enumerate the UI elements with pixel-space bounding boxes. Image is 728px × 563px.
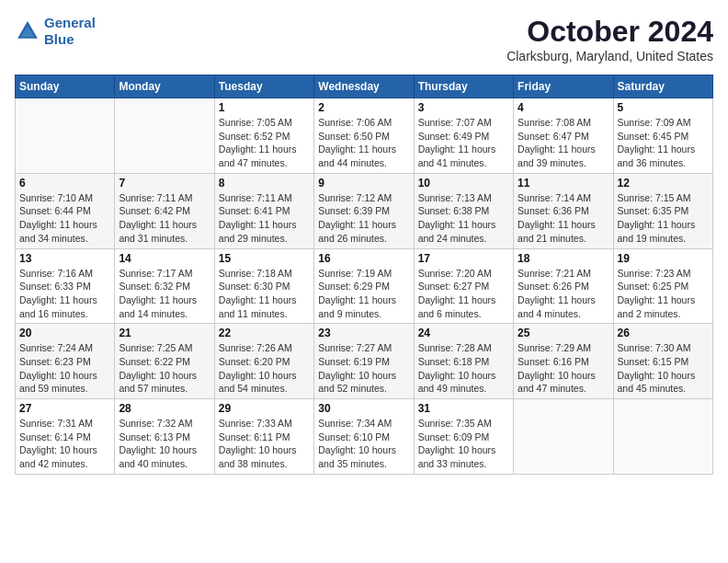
day-detail: Sunrise: 7:31 AM Sunset: 6:14 PM Dayligh…	[19, 417, 110, 471]
day-number: 17	[418, 252, 509, 265]
logo: General Blue	[15, 15, 96, 48]
day-number: 16	[318, 252, 409, 265]
calendar-cell: 29Sunrise: 7:33 AM Sunset: 6:11 PM Dayli…	[214, 399, 313, 475]
calendar-cell: 6Sunrise: 7:10 AM Sunset: 6:44 PM Daylig…	[16, 173, 115, 248]
calendar-cell: 28Sunrise: 7:32 AM Sunset: 6:13 PM Dayli…	[115, 399, 214, 475]
day-detail: Sunrise: 7:26 AM Sunset: 6:20 PM Dayligh…	[219, 341, 310, 396]
day-number: 20	[19, 327, 110, 339]
weekday-header: Tuesday	[214, 75, 313, 98]
calendar-cell: 11Sunrise: 7:14 AM Sunset: 6:36 PM Dayli…	[514, 173, 613, 248]
calendar-cell: 7Sunrise: 7:11 AM Sunset: 6:42 PM Daylig…	[115, 173, 214, 248]
calendar-cell: 20Sunrise: 7:24 AM Sunset: 6:23 PM Dayli…	[16, 324, 115, 399]
day-number: 24	[418, 327, 509, 339]
day-detail: Sunrise: 7:34 AM Sunset: 6:10 PM Dayligh…	[318, 417, 409, 471]
day-detail: Sunrise: 7:14 AM Sunset: 6:36 PM Dayligh…	[518, 191, 609, 246]
weekday-header: Sunday	[16, 75, 115, 98]
calendar-cell: 5Sunrise: 7:09 AM Sunset: 6:45 PM Daylig…	[613, 98, 712, 174]
day-detail: Sunrise: 7:21 AM Sunset: 6:26 PM Dayligh…	[518, 267, 609, 321]
logo-icon	[15, 18, 40, 44]
day-number: 21	[119, 327, 210, 339]
day-number: 8	[219, 177, 310, 190]
calendar-cell: 31Sunrise: 7:35 AM Sunset: 6:09 PM Dayli…	[414, 399, 513, 475]
day-detail: Sunrise: 7:23 AM Sunset: 6:25 PM Dayligh…	[618, 267, 709, 321]
month-title: October 2024	[506, 15, 713, 49]
calendar-cell: 17Sunrise: 7:20 AM Sunset: 6:27 PM Dayli…	[414, 248, 513, 324]
day-number: 29	[219, 402, 310, 415]
day-detail: Sunrise: 7:13 AM Sunset: 6:38 PM Dayligh…	[418, 191, 509, 246]
calendar-cell: 26Sunrise: 7:30 AM Sunset: 6:15 PM Dayli…	[613, 324, 712, 399]
calendar-cell: 25Sunrise: 7:29 AM Sunset: 6:16 PM Dayli…	[514, 324, 613, 399]
day-detail: Sunrise: 7:24 AM Sunset: 6:23 PM Dayligh…	[19, 341, 110, 396]
calendar-cell: 23Sunrise: 7:27 AM Sunset: 6:19 PM Dayli…	[314, 324, 414, 399]
page-header: General Blue October 2024 Clarksburg, Ma…	[15, 15, 713, 63]
calendar-cell	[514, 399, 613, 475]
calendar-cell: 19Sunrise: 7:23 AM Sunset: 6:25 PM Dayli…	[613, 248, 712, 324]
day-number: 5	[618, 101, 709, 114]
calendar-cell: 13Sunrise: 7:16 AM Sunset: 6:33 PM Dayli…	[16, 248, 115, 324]
day-number: 9	[318, 177, 409, 190]
weekday-header: Saturday	[613, 75, 712, 98]
calendar-cell: 27Sunrise: 7:31 AM Sunset: 6:14 PM Dayli…	[16, 399, 115, 475]
day-detail: Sunrise: 7:15 AM Sunset: 6:35 PM Dayligh…	[618, 191, 709, 246]
calendar-cell: 1Sunrise: 7:05 AM Sunset: 6:52 PM Daylig…	[214, 98, 313, 174]
day-number: 1	[219, 101, 310, 114]
day-number: 7	[119, 177, 210, 190]
calendar-cell: 8Sunrise: 7:11 AM Sunset: 6:41 PM Daylig…	[214, 173, 313, 248]
day-detail: Sunrise: 7:12 AM Sunset: 6:39 PM Dayligh…	[318, 191, 409, 246]
day-detail: Sunrise: 7:27 AM Sunset: 6:19 PM Dayligh…	[318, 341, 409, 396]
calendar-week-row: 13Sunrise: 7:16 AM Sunset: 6:33 PM Dayli…	[16, 248, 713, 324]
calendar-cell: 4Sunrise: 7:08 AM Sunset: 6:47 PM Daylig…	[514, 98, 613, 174]
day-number: 15	[219, 252, 310, 265]
calendar-week-row: 1Sunrise: 7:05 AM Sunset: 6:52 PM Daylig…	[16, 98, 713, 174]
location: Clarksburg, Maryland, United States	[506, 49, 713, 63]
day-detail: Sunrise: 7:16 AM Sunset: 6:33 PM Dayligh…	[19, 267, 110, 321]
calendar-cell: 16Sunrise: 7:19 AM Sunset: 6:29 PM Dayli…	[314, 248, 414, 324]
day-detail: Sunrise: 7:05 AM Sunset: 6:52 PM Dayligh…	[219, 116, 310, 170]
day-detail: Sunrise: 7:19 AM Sunset: 6:29 PM Dayligh…	[318, 267, 409, 321]
calendar-cell: 24Sunrise: 7:28 AM Sunset: 6:18 PM Dayli…	[414, 324, 513, 399]
day-number: 30	[318, 402, 409, 415]
calendar-cell: 21Sunrise: 7:25 AM Sunset: 6:22 PM Dayli…	[115, 324, 214, 399]
calendar-cell: 14Sunrise: 7:17 AM Sunset: 6:32 PM Dayli…	[115, 248, 214, 324]
day-detail: Sunrise: 7:17 AM Sunset: 6:32 PM Dayligh…	[119, 267, 210, 321]
title-block: October 2024 Clarksburg, Maryland, Unite…	[506, 15, 713, 63]
day-detail: Sunrise: 7:18 AM Sunset: 6:30 PM Dayligh…	[219, 267, 310, 321]
calendar-table: SundayMondayTuesdayWednesdayThursdayFrid…	[15, 75, 713, 475]
day-number: 13	[19, 252, 110, 265]
calendar-cell: 3Sunrise: 7:07 AM Sunset: 6:49 PM Daylig…	[414, 98, 513, 174]
day-detail: Sunrise: 7:29 AM Sunset: 6:16 PM Dayligh…	[518, 341, 609, 396]
calendar-cell: 30Sunrise: 7:34 AM Sunset: 6:10 PM Dayli…	[314, 399, 414, 475]
calendar-cell: 9Sunrise: 7:12 AM Sunset: 6:39 PM Daylig…	[314, 173, 414, 248]
calendar-cell	[16, 98, 115, 174]
logo-text: General Blue	[44, 15, 96, 48]
weekday-header-row: SundayMondayTuesdayWednesdayThursdayFrid…	[16, 75, 713, 98]
day-detail: Sunrise: 7:11 AM Sunset: 6:41 PM Dayligh…	[219, 191, 310, 246]
day-detail: Sunrise: 7:35 AM Sunset: 6:09 PM Dayligh…	[418, 417, 509, 471]
day-detail: Sunrise: 7:25 AM Sunset: 6:22 PM Dayligh…	[119, 341, 210, 396]
day-number: 6	[19, 177, 110, 190]
day-number: 19	[618, 252, 709, 265]
calendar-cell: 18Sunrise: 7:21 AM Sunset: 6:26 PM Dayli…	[514, 248, 613, 324]
day-number: 31	[418, 402, 509, 415]
day-detail: Sunrise: 7:33 AM Sunset: 6:11 PM Dayligh…	[219, 417, 310, 471]
day-detail: Sunrise: 7:20 AM Sunset: 6:27 PM Dayligh…	[418, 267, 509, 321]
day-number: 10	[418, 177, 509, 190]
day-detail: Sunrise: 7:07 AM Sunset: 6:49 PM Dayligh…	[418, 116, 509, 170]
day-number: 11	[518, 177, 609, 190]
calendar-week-row: 20Sunrise: 7:24 AM Sunset: 6:23 PM Dayli…	[16, 324, 713, 399]
day-number: 25	[518, 327, 609, 339]
day-detail: Sunrise: 7:10 AM Sunset: 6:44 PM Dayligh…	[19, 191, 110, 246]
day-number: 14	[119, 252, 210, 265]
day-detail: Sunrise: 7:06 AM Sunset: 6:50 PM Dayligh…	[318, 116, 409, 170]
day-number: 22	[219, 327, 310, 339]
day-number: 3	[418, 101, 509, 114]
day-number: 26	[618, 327, 709, 339]
day-number: 2	[318, 101, 409, 114]
day-number: 28	[119, 402, 210, 415]
day-detail: Sunrise: 7:09 AM Sunset: 6:45 PM Dayligh…	[618, 116, 709, 170]
day-number: 18	[518, 252, 609, 265]
calendar-cell	[613, 399, 712, 475]
weekday-header: Wednesday	[314, 75, 414, 98]
calendar-week-row: 27Sunrise: 7:31 AM Sunset: 6:14 PM Dayli…	[16, 399, 713, 475]
weekday-header: Thursday	[414, 75, 513, 98]
